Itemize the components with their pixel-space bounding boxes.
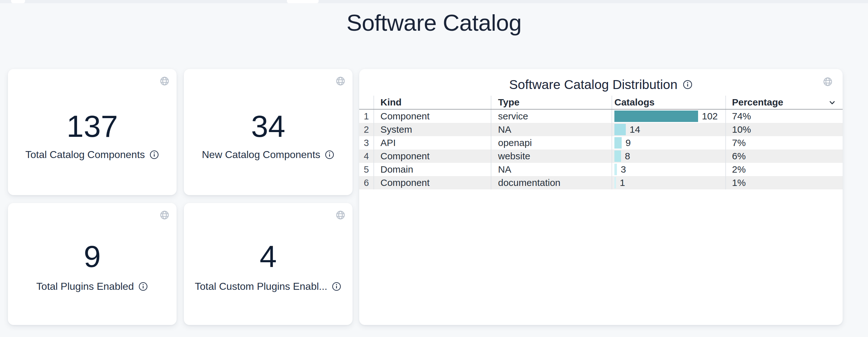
chevron-down-icon[interactable] bbox=[828, 99, 836, 107]
column-header-index bbox=[359, 96, 373, 109]
globe-icon bbox=[159, 76, 169, 86]
stat-value: 34 bbox=[184, 111, 352, 142]
cell-percentage: 6% bbox=[725, 149, 843, 163]
table-row: 6 Component documentation 1 1% bbox=[359, 176, 843, 190]
stat-label: New Catalog Components bbox=[202, 149, 320, 160]
cell-type: documentation bbox=[491, 176, 612, 190]
table-body: 1 Component service 102 74% 2 System NA … bbox=[359, 110, 843, 190]
catalog-count: 14 bbox=[629, 124, 640, 135]
table-row: 3 API openapi 9 7% bbox=[359, 136, 843, 149]
catalog-count: 9 bbox=[625, 137, 631, 148]
stat-label: Total Plugins Enabled bbox=[36, 281, 134, 292]
catalog-count: 1 bbox=[620, 177, 625, 188]
catalog-bar bbox=[614, 124, 626, 135]
stat-card-new-catalog-components: 34 New Catalog Components bbox=[184, 69, 352, 195]
top-notch bbox=[11, 0, 25, 3]
cell-type: NA bbox=[491, 163, 612, 176]
cell-percentage: 2% bbox=[725, 163, 843, 176]
cell-percentage: 1% bbox=[725, 176, 843, 190]
dashboard-root: { "page": { "title": "Software Catalog" … bbox=[0, 0, 868, 337]
cell-type: service bbox=[491, 110, 612, 123]
info-icon[interactable] bbox=[138, 281, 148, 292]
row-number: 6 bbox=[359, 176, 373, 190]
stat-label: Total Catalog Components bbox=[25, 149, 145, 160]
stat-label: Total Custom Plugins Enabl... bbox=[195, 281, 328, 292]
catalog-bar bbox=[614, 137, 622, 148]
catalog-count: 8 bbox=[625, 151, 630, 162]
cell-type: NA bbox=[491, 123, 612, 136]
catalog-bar bbox=[614, 150, 621, 162]
distribution-card: Software Catalog Distribution Kind Type … bbox=[359, 69, 843, 325]
row-number: 4 bbox=[359, 149, 373, 163]
column-header-type[interactable]: Type bbox=[491, 96, 612, 109]
table-row: 1 Component service 102 74% bbox=[359, 110, 843, 123]
row-number: 5 bbox=[359, 163, 373, 176]
cell-kind: Component bbox=[373, 149, 491, 163]
table-row: 4 Component website 8 6% bbox=[359, 149, 843, 163]
table-header-row: Kind Type Catalogs Percentage bbox=[359, 96, 843, 110]
cell-kind: Component bbox=[373, 110, 491, 123]
cell-percentage: 7% bbox=[725, 136, 843, 149]
stat-value: 137 bbox=[8, 111, 177, 142]
cell-type: website bbox=[491, 149, 612, 163]
cell-kind: Component bbox=[373, 176, 491, 190]
table-row: 2 System NA 14 10% bbox=[359, 123, 843, 136]
stat-card-total-catalog-components: 137 Total Catalog Components bbox=[8, 69, 177, 195]
cell-percentage: 10% bbox=[725, 123, 843, 136]
info-icon[interactable] bbox=[332, 281, 341, 292]
column-header-percentage[interactable]: Percentage bbox=[725, 96, 843, 109]
page-title: Software Catalog bbox=[0, 9, 868, 36]
cell-kind: System bbox=[373, 123, 491, 136]
row-number: 1 bbox=[359, 110, 373, 123]
globe-icon bbox=[335, 76, 346, 86]
globe-icon bbox=[159, 210, 169, 220]
distribution-table: Kind Type Catalogs Percentage 1 Componen… bbox=[359, 96, 843, 190]
column-header-kind[interactable]: Kind bbox=[373, 96, 491, 109]
stat-card-total-plugins-enabled: 9 Total Plugins Enabled bbox=[8, 203, 177, 325]
catalog-count: 3 bbox=[621, 164, 626, 175]
cell-kind: Domain bbox=[373, 163, 491, 176]
stat-card-total-custom-plugins-enabled: 4 Total Custom Plugins Enabl... bbox=[184, 203, 352, 325]
column-header-catalogs[interactable]: Catalogs bbox=[612, 96, 725, 109]
top-notch bbox=[287, 0, 319, 3]
top-edge-strip bbox=[0, 0, 868, 3]
catalog-bar bbox=[614, 177, 616, 189]
stat-value: 9 bbox=[8, 241, 177, 272]
globe-icon bbox=[335, 210, 346, 220]
catalog-count: 102 bbox=[702, 111, 718, 122]
stat-value: 4 bbox=[184, 241, 352, 272]
catalog-bar bbox=[614, 164, 617, 175]
cell-type: openapi bbox=[491, 136, 612, 149]
cell-percentage: 74% bbox=[725, 110, 843, 123]
info-icon[interactable] bbox=[683, 79, 693, 90]
info-icon[interactable] bbox=[149, 150, 159, 160]
catalog-bar bbox=[614, 110, 698, 122]
distribution-title: Software Catalog Distribution bbox=[509, 77, 678, 92]
row-number: 3 bbox=[359, 136, 373, 149]
info-icon[interactable] bbox=[324, 150, 335, 160]
table-row: 5 Domain NA 3 2% bbox=[359, 163, 843, 176]
row-number: 2 bbox=[359, 123, 373, 136]
cell-kind: API bbox=[373, 136, 491, 149]
